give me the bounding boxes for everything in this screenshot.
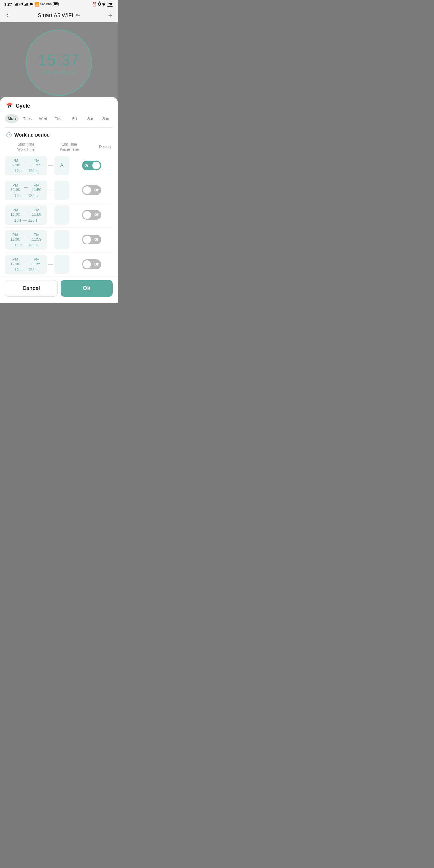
toggle-label-0: On <box>84 163 90 167</box>
start-time-val-4: PM 12:00 <box>8 257 23 266</box>
density-box-1[interactable] <box>54 181 69 200</box>
toggle-knob-4 <box>83 260 91 268</box>
end-time-val-0: PM 11:59 <box>29 158 44 167</box>
start-time-box-4[interactable]: PM 12:00 — PM 11:59 10 s — 120 s <box>5 255 47 274</box>
start-dash-4: — <box>24 259 28 264</box>
ok-button[interactable]: Ok <box>61 280 113 297</box>
density-box-3[interactable] <box>54 230 69 249</box>
start-time-val-3: PM 12:00 <box>8 232 23 241</box>
work-dash-2: — <box>23 218 27 222</box>
start-time-val-1: PM 12:00 <box>8 183 23 192</box>
start-time-val-2: PM 12:00 <box>8 208 23 217</box>
th-end-time: End Time <box>48 142 90 147</box>
density-box-2[interactable] <box>54 205 69 224</box>
modal-overlay: 📅 Cycle MonTuesWedThurFriSatSun 🕐 Workin… <box>0 97 118 303</box>
end-time-val-3: PM 11:59 <box>29 232 44 241</box>
signal-icon-2 <box>24 2 28 6</box>
add-button[interactable]: + <box>108 11 112 19</box>
th-density-label: Density <box>98 144 113 150</box>
toggle-3[interactable]: Off <box>82 235 101 244</box>
toggle-knob-1 <box>83 186 91 194</box>
start-time-box-1[interactable]: PM 12:00 — PM 11:59 10 s — 120 s <box>5 181 47 200</box>
period-row-0: PM 07:00 — PM 11:59 10 s — 120 s —AOn <box>0 154 118 177</box>
start-time-box-3[interactable]: PM 12:00 — PM 11:59 10 s — 120 s <box>5 230 47 250</box>
network-type-2: 4G <box>29 3 33 6</box>
middle-dash-0: — <box>48 163 53 168</box>
toggle-1[interactable]: Off <box>82 185 101 195</box>
th-density: Density <box>98 144 113 150</box>
row-divider-1 <box>5 178 113 178</box>
working-period-header: 🕐 Working period <box>0 128 118 141</box>
period-row-4: PM 12:00 — PM 11:59 10 s — 120 s —Off <box>0 253 118 276</box>
days-row: MonTuesWedThurFriSatSun <box>0 113 118 127</box>
periods-container: PM 07:00 — PM 11:59 10 s — 120 s —AOn PM… <box>0 154 118 276</box>
toggle-area-3: Off <box>70 235 113 244</box>
work-time-val-1: 10 s <box>14 193 22 198</box>
clock-icon: 🕐 <box>6 132 12 138</box>
toggle-knob-2 <box>83 211 91 219</box>
wifi-icon: 📶 <box>34 2 39 7</box>
end-time-val-4: PM 11:59 <box>29 257 44 266</box>
signal-icon-1 <box>13 2 18 6</box>
start-dash-2: — <box>24 210 28 214</box>
middle-dash-3: — <box>48 237 53 242</box>
pause-time-val-2: 120 s <box>28 218 38 222</box>
th-end: End Time Pause Time <box>48 142 90 152</box>
day-btn-tues[interactable]: Tues <box>21 114 34 123</box>
work-dash-0: — <box>23 168 27 173</box>
toggle-2[interactable]: Off <box>82 210 101 220</box>
row-divider-2 <box>5 203 113 203</box>
density-box-0[interactable]: A <box>54 156 69 175</box>
day-btn-fri[interactable]: Fri <box>67 114 82 123</box>
day-btn-mon[interactable]: Mon <box>5 114 19 123</box>
day-btn-wed[interactable]: Wed <box>36 114 50 123</box>
bluetooth-icon: Ǘ <box>98 2 101 7</box>
cycle-title: Cycle <box>16 103 30 109</box>
start-time-box-2[interactable]: PM 12:00 — PM 11:59 10 s — 120 s <box>5 205 47 225</box>
middle-dash-4: — <box>48 261 53 267</box>
middle-dash-1: — <box>48 187 53 193</box>
speed-display: 0.90 KB/s <box>40 3 53 6</box>
toggle-label-4: Off <box>94 262 99 267</box>
density-box-4[interactable] <box>54 255 69 274</box>
start-time-box-0[interactable]: PM 07:00 — PM 11:59 10 s — 120 s <box>5 156 47 176</box>
bottom-buttons: Cancel Ok <box>0 276 118 303</box>
cycle-icon: 📅 <box>6 102 13 109</box>
toggle-area-4: Off <box>70 259 113 269</box>
toggle-area-0: On <box>70 161 113 170</box>
day-btn-sun[interactable]: Sun <box>99 114 113 123</box>
end-time-val-1: PM 11:59 <box>29 183 44 192</box>
day-btn-sat[interactable]: Sat <box>83 114 97 123</box>
toggle-0[interactable]: On <box>82 161 101 170</box>
th-start: Start Time Work Time <box>5 142 47 152</box>
back-button[interactable]: < <box>5 12 9 19</box>
start-time-val-0: PM 07:00 <box>8 158 23 167</box>
start-dash-3: — <box>24 235 28 239</box>
day-btn-thur[interactable]: Thur <box>52 114 66 123</box>
row-divider-4 <box>5 252 113 252</box>
clock-time: 15:37 <box>38 51 80 69</box>
working-period-title: Working period <box>14 132 50 138</box>
work-time-val-2: 10 s <box>14 218 22 222</box>
battery-display: 78 <box>107 2 113 7</box>
middle-dash-2: — <box>48 212 53 218</box>
toggle-area-1: Off <box>70 185 113 195</box>
status-left: 3:37 4G 4G 📶 0.90 KB/s HD <box>4 2 59 7</box>
period-row-2: PM 12:00 — PM 11:59 10 s — 120 s —Off <box>0 204 118 227</box>
clock-circle: 15:37 PM12:00~PM11:59 <box>26 30 92 96</box>
pause-time-val-1: 120 s <box>28 193 38 198</box>
hd-badge: HD <box>53 2 59 6</box>
clock-range: PM12:00~PM11:59 <box>42 70 76 75</box>
cancel-button[interactable]: Cancel <box>5 280 58 297</box>
header-title-area: Smart.A5.WIFI ✏ <box>38 12 80 19</box>
period-row-1: PM 12:00 — PM 11:59 10 s — 120 s —Off <box>0 179 118 202</box>
edit-icon[interactable]: ✏ <box>76 13 80 19</box>
modal-header: 📅 Cycle <box>0 97 118 113</box>
time-display: 3:37 <box>4 2 12 7</box>
toggle-label-2: Off <box>94 213 99 217</box>
start-dash-0: — <box>24 160 28 165</box>
toggle-4[interactable]: Off <box>82 259 101 269</box>
work-time-val-0: 10 s <box>14 168 22 173</box>
work-dash-4: — <box>23 267 27 272</box>
th-pause-time: Pause Time <box>48 147 90 152</box>
